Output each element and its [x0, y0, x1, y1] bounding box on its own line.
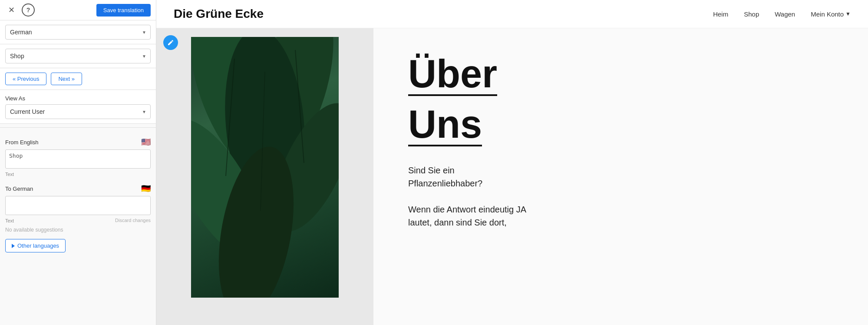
translation-panel: ✕ ? Save translation German Shop « Previ… — [0, 0, 156, 325]
language-select-wrapper: German — [5, 25, 151, 40]
view-as-label: View As — [5, 95, 151, 102]
view-as-section: View As Current User — [0, 90, 156, 124]
language-select-section: German — [0, 20, 156, 44]
translation-area: From English 🇺🇸 Text To German 🇩🇪 Text D… — [0, 131, 156, 325]
from-field-type: Text — [5, 172, 151, 177]
chevron-down-icon: ▼ — [845, 11, 851, 17]
site-body: Über Uns Sind Sie ein Pflanzenliebhaber?… — [156, 28, 868, 325]
page-select[interactable]: Shop — [5, 49, 151, 63]
text-column: Über Uns Sind Sie ein Pflanzenliebhaber?… — [373, 28, 868, 325]
to-flag: 🇩🇪 — [141, 184, 151, 193]
view-as-select[interactable]: Current User — [5, 104, 151, 119]
save-translation-button[interactable]: Save translation — [96, 4, 151, 17]
site-header: Die Grüne Ecke Heim Shop Wagen Mein Kont… — [156, 0, 868, 28]
navigation-section: « Previous Next » — [0, 68, 156, 90]
no-suggestions-text: No available suggestions — [5, 227, 151, 233]
language-select[interactable]: German — [5, 25, 151, 40]
body-text-2: Wenn die Antwort eindeutig JA lautet, da… — [408, 203, 547, 229]
to-text-field[interactable] — [5, 196, 151, 215]
nav-item-shop[interactable]: Shop — [744, 10, 759, 18]
page-select-section: Shop — [0, 44, 156, 68]
from-text-field — [5, 149, 151, 169]
help-button[interactable]: ? — [22, 3, 35, 17]
nav-item-heim[interactable]: Heim — [713, 10, 728, 18]
site-title: Die Grüne Ecke — [174, 7, 713, 21]
discard-changes-link[interactable]: Discard changes — [115, 218, 151, 223]
plant-image — [191, 37, 339, 298]
triangle-icon — [12, 244, 15, 248]
to-lang-label: To German — [5, 186, 33, 192]
from-lang-row: From English 🇺🇸 — [5, 137, 151, 147]
previous-button[interactable]: « Previous — [5, 73, 46, 85]
topbar: ✕ ? Save translation — [0, 0, 156, 20]
other-languages-label: Other languages — [17, 242, 59, 249]
divider — [0, 127, 156, 128]
site-nav: Heim Shop Wagen Mein Konto ▼ — [713, 10, 851, 18]
image-column — [156, 28, 373, 325]
close-button[interactable]: ✕ — [5, 4, 17, 16]
headline-uns: Uns — [408, 105, 482, 146]
headline-uber: Über — [408, 54, 497, 96]
nav-item-wagen[interactable]: Wagen — [775, 10, 795, 18]
edit-image-button[interactable] — [163, 35, 178, 50]
page-select-wrapper: Shop — [5, 49, 151, 63]
plant-illustration — [191, 37, 339, 298]
to-field-type: Text — [5, 218, 14, 223]
pencil-icon — [167, 39, 174, 46]
body-text-1: Sind Sie ein Pflanzenliebhaber? — [408, 164, 530, 190]
from-lang-label: From English — [5, 139, 39, 146]
nav-item-mein-konto[interactable]: Mein Konto ▼ — [811, 10, 851, 18]
main-content: Die Grüne Ecke Heim Shop Wagen Mein Kont… — [156, 0, 868, 325]
next-button[interactable]: Next » — [51, 73, 82, 85]
to-lang-row: To German 🇩🇪 — [5, 184, 151, 193]
other-languages-button[interactable]: Other languages — [5, 239, 66, 252]
from-flag: 🇺🇸 — [141, 137, 151, 147]
to-footer-row: Text Discard changes — [5, 217, 151, 223]
view-as-select-wrapper: Current User — [5, 104, 151, 119]
